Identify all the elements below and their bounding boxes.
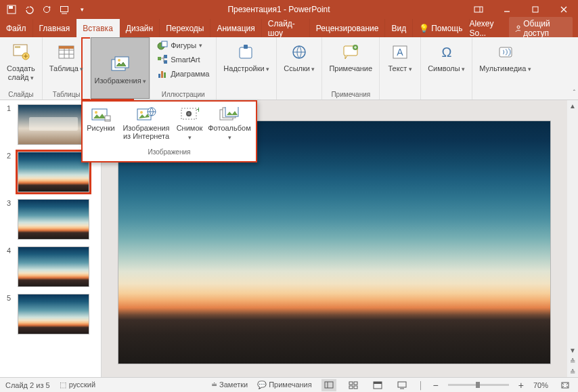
- comment-button[interactable]: Примечание: [326, 39, 375, 73]
- tab-view[interactable]: Вид: [385, 19, 413, 37]
- gallery-pictures-button[interactable]: Рисунки: [82, 104, 120, 147]
- view-normal-button[interactable]: [321, 379, 336, 391]
- table-icon: [55, 41, 77, 63]
- share-button[interactable]: Общий доступ: [509, 17, 573, 40]
- svg-rect-31: [499, 47, 512, 57]
- ribbon-tabs: Файл Главная Вставка Дизайн Переходы Ани…: [0, 19, 578, 37]
- gallery-online-pictures-button[interactable]: Изображения из Интернета: [120, 104, 173, 147]
- group-text: A Текст: [380, 37, 421, 100]
- text-button[interactable]: A Текст: [384, 39, 416, 73]
- new-slide-icon: [10, 41, 32, 63]
- close-button[interactable]: [550, 0, 578, 19]
- group-links: Ссылки: [277, 37, 322, 100]
- links-icon: [288, 41, 310, 63]
- user-name[interactable]: Alexey So...: [470, 19, 505, 38]
- symbols-button[interactable]: Ω Символы: [425, 39, 468, 73]
- svg-rect-24: [244, 45, 248, 49]
- thumbnail-5[interactable]: 5: [7, 294, 98, 334]
- gallery-photo-album-button[interactable]: Фотоальбом: [206, 104, 252, 147]
- addins-button[interactable]: Надстройки: [221, 39, 272, 73]
- smartart-icon: [157, 54, 168, 65]
- thumbnail-4[interactable]: 4: [7, 246, 98, 287]
- new-slide-button[interactable]: Создать слайд: [4, 39, 38, 81]
- smartart-button[interactable]: SmartArt: [154, 53, 212, 66]
- shapes-button[interactable]: Фигуры: [154, 39, 212, 52]
- svg-point-36: [140, 111, 143, 114]
- tab-transitions[interactable]: Переходы: [160, 19, 210, 37]
- tab-home[interactable]: Главная: [33, 19, 77, 37]
- qat-customize-button[interactable]: ▾: [74, 2, 89, 17]
- view-reading-button[interactable]: [370, 379, 385, 391]
- symbols-icon: Ω: [436, 41, 458, 63]
- scroll-up-button[interactable]: ▲: [567, 100, 578, 111]
- save-button[interactable]: [4, 2, 19, 17]
- scroll-down-button[interactable]: ▼: [567, 345, 578, 355]
- tab-help[interactable]: 💡Помощь: [413, 19, 469, 37]
- tab-file[interactable]: Файл: [0, 19, 33, 37]
- window-controls: [464, 0, 578, 19]
- svg-rect-22: [164, 72, 166, 78]
- chart-button[interactable]: Диаграмма: [154, 67, 212, 81]
- zoom-in-button[interactable]: +: [518, 380, 524, 391]
- svg-rect-23: [240, 47, 252, 58]
- gallery-screenshot-button[interactable]: + Снимок: [173, 104, 206, 147]
- status-lang[interactable]: ⬚русский: [60, 380, 95, 389]
- svg-text:A: A: [397, 47, 403, 58]
- group-media: Мультимедиа: [472, 37, 538, 100]
- svg-rect-8: [15, 46, 20, 48]
- zoom-slider[interactable]: [448, 384, 509, 386]
- svg-rect-34: [105, 116, 110, 121]
- tab-slideshow[interactable]: Слайд-шоу: [262, 19, 310, 37]
- vertical-scrollbar[interactable]: ▲ ▼ ≙ ≙: [567, 100, 578, 377]
- tab-review[interactable]: Рецензирование: [310, 19, 386, 37]
- svg-rect-47: [354, 382, 357, 385]
- images-button[interactable]: Изображения: [91, 37, 150, 99]
- notes-button[interactable]: ≐ Заметки: [211, 380, 248, 389]
- zoom-level[interactable]: 70%: [533, 381, 548, 389]
- group-tables: Таблица Таблицы: [43, 37, 91, 100]
- thumbnail-3[interactable]: 3: [7, 199, 98, 240]
- comments-button[interactable]: 💬 Примечания: [257, 380, 312, 389]
- status-slide-count: Слайд 2 из 5: [5, 381, 50, 389]
- next-slide-button[interactable]: ≙: [567, 366, 578, 377]
- group-images: Изображения: [91, 37, 150, 100]
- view-sorter-button[interactable]: [346, 379, 361, 391]
- table-button[interactable]: Таблица: [47, 39, 87, 73]
- redo-button[interactable]: [39, 2, 54, 17]
- svg-rect-20: [158, 74, 160, 78]
- tab-design[interactable]: Дизайн: [120, 19, 160, 37]
- maximize-button[interactable]: [521, 0, 550, 19]
- zoom-out-button[interactable]: −: [433, 380, 439, 391]
- comment-icon: [340, 41, 361, 63]
- ribbon-display-options-button[interactable]: [464, 0, 493, 19]
- svg-rect-4: [474, 7, 483, 12]
- chart-icon: [157, 68, 168, 79]
- start-from-beginning-button[interactable]: [57, 2, 72, 17]
- tab-animation[interactable]: Анимация: [210, 19, 261, 37]
- fit-to-window-button[interactable]: [558, 379, 573, 391]
- status-bar: Слайд 2 из 5 ⬚русский ≐ Заметки 💬 Примеч…: [0, 377, 578, 392]
- svg-rect-17: [158, 57, 161, 60]
- collapse-ribbon-button[interactable]: ˆ: [573, 89, 575, 97]
- share-icon: [514, 24, 521, 32]
- svg-point-14: [118, 59, 120, 62]
- svg-text:+: +: [196, 107, 199, 114]
- media-button[interactable]: Мультимедиа: [476, 39, 534, 73]
- links-button[interactable]: Ссылки: [281, 39, 317, 73]
- svg-rect-21: [161, 71, 163, 78]
- images-dropdown-gallery: Рисунки Изображения из Интернета + Снимо…: [81, 100, 257, 162]
- svg-rect-18: [164, 55, 167, 58]
- tab-insert[interactable]: Вставка: [76, 19, 120, 37]
- undo-button[interactable]: [22, 2, 37, 17]
- svg-rect-52: [398, 382, 406, 387]
- svg-rect-19: [164, 60, 167, 64]
- svg-rect-45: [325, 382, 333, 388]
- online-pictures-icon: [135, 105, 157, 124]
- svg-rect-49: [354, 386, 357, 389]
- minimize-button[interactable]: [493, 0, 521, 19]
- quick-access-toolbar: ▾: [0, 2, 93, 17]
- title-bar: ▾ Презентация1 - PowerPoint: [0, 0, 578, 19]
- view-slideshow-button[interactable]: [395, 379, 409, 391]
- text-icon: A: [389, 41, 411, 63]
- prev-slide-button[interactable]: ≙: [567, 355, 578, 366]
